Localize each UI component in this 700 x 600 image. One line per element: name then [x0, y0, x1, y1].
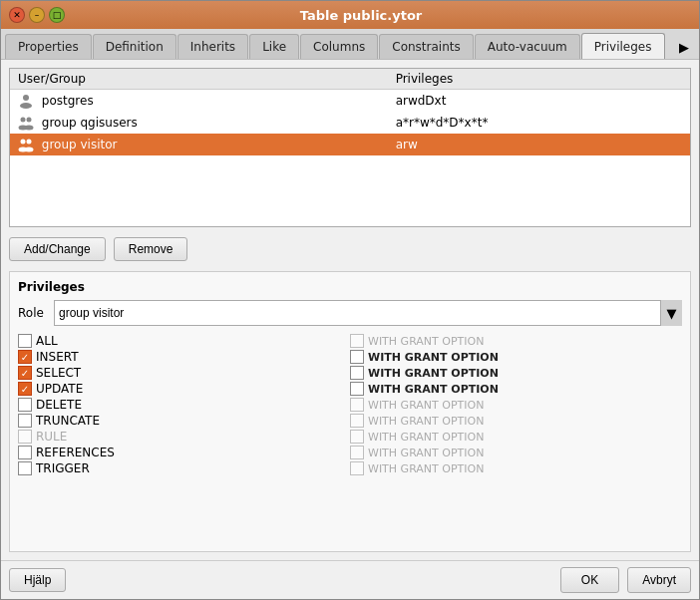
tab-columns[interactable]: Columns — [300, 34, 378, 59]
grant-checkbox-rule — [350, 430, 364, 444]
perm-row-update: UPDATE — [18, 382, 350, 396]
perm-row-rule: RULE — [18, 430, 350, 444]
col-header-privileges: Privileges — [388, 69, 690, 90]
tab-definition[interactable]: Definition — [93, 34, 176, 59]
perm-row-select: SELECT — [18, 366, 350, 380]
help-button[interactable]: Hjälp — [9, 568, 66, 592]
user-cell: postgres — [10, 90, 388, 113]
main-window: ✕ – □ Table public.ytor Properties Defin… — [0, 0, 700, 600]
tab-like[interactable]: Like — [249, 34, 299, 59]
grant-checkbox-truncate — [350, 414, 364, 428]
svg-point-9 — [25, 148, 34, 152]
privileges-cell: arw — [388, 134, 690, 155]
add-change-button[interactable]: Add/Change — [9, 237, 106, 261]
perm-row-truncate: TRUNCATE — [18, 414, 350, 428]
table-row[interactable]: postgres arwdDxt — [10, 90, 690, 113]
role-select-wrapper: group visitor ▼ — [54, 300, 682, 326]
grant-label-select: WITH GRANT OPTION — [368, 367, 499, 380]
perm-row-insert: INSERT — [18, 350, 350, 364]
perm-row-all: ALL — [18, 334, 350, 348]
tab-constraints[interactable]: Constraints — [379, 34, 473, 59]
perm-label-select: SELECT — [36, 366, 126, 380]
privileges-cell: a*r*w*d*D*x*t* — [388, 112, 690, 134]
titlebar: ✕ – □ Table public.ytor — [1, 1, 699, 29]
grant-row-select: WITH GRANT OPTION — [350, 366, 682, 380]
checkbox-update[interactable] — [18, 382, 32, 396]
tab-inherits[interactable]: Inherits — [177, 34, 248, 59]
perm-label-trigger: TRIGGER — [36, 461, 126, 475]
ok-button[interactable]: OK — [560, 567, 619, 593]
user-cell: group qgisusers — [10, 112, 388, 134]
role-label: Role — [18, 306, 48, 320]
user-icon — [18, 93, 34, 109]
user-group-table-container: User/Group Privileges postgres a — [9, 68, 691, 227]
perm-label-update: UPDATE — [36, 382, 126, 396]
user-cell: group visitor — [10, 134, 388, 155]
grant-checkbox-insert[interactable] — [350, 350, 364, 364]
grant-row-rule: WITH GRANT OPTION — [350, 430, 682, 444]
cancel-button[interactable]: Avbryt — [627, 567, 691, 593]
grant-label-rule: WITH GRANT OPTION — [368, 431, 484, 444]
close-button[interactable]: ✕ — [9, 7, 25, 23]
permissions-grid: ALL WITH GRANT OPTION INSERT WITH GRANT … — [18, 334, 682, 475]
footer-right-buttons: OK Avbryt — [560, 567, 691, 593]
perm-label-all: ALL — [36, 334, 126, 348]
maximize-button[interactable]: □ — [49, 7, 65, 23]
checkbox-delete[interactable] — [18, 398, 32, 412]
tab-bar: Properties Definition Inherits Like Colu… — [1, 29, 699, 60]
group-icon — [18, 115, 34, 131]
window-controls: ✕ – □ — [9, 7, 65, 23]
grant-label-truncate: WITH GRANT OPTION — [368, 415, 484, 428]
perm-label-insert: INSERT — [36, 350, 126, 364]
grant-checkbox-trigger — [350, 461, 364, 475]
grant-row-truncate: WITH GRANT OPTION — [350, 414, 682, 428]
grant-label-references: WITH GRANT OPTION — [368, 447, 484, 459]
table-row[interactable]: group qgisusers a*r*w*d*D*x*t* — [10, 112, 690, 134]
col-header-user: User/Group — [10, 69, 388, 90]
tab-properties[interactable]: Properties — [5, 34, 92, 59]
checkbox-references[interactable] — [18, 446, 32, 459]
svg-point-6 — [21, 140, 26, 145]
grant-row-delete: WITH GRANT OPTION — [350, 398, 682, 412]
tab-scroll-right[interactable]: ▶ — [673, 36, 695, 59]
remove-button[interactable]: Remove — [114, 237, 188, 261]
perm-label-delete: DELETE — [36, 398, 126, 412]
privileges-box: Privileges Role group visitor ▼ ALL — [9, 271, 691, 552]
grant-row-all: WITH GRANT OPTION — [350, 334, 682, 348]
tab-privileges[interactable]: Privileges — [581, 33, 665, 59]
perm-label-truncate: TRUNCATE — [36, 414, 126, 428]
checkbox-truncate[interactable] — [18, 414, 32, 428]
group-icon — [18, 137, 34, 152]
table-action-buttons: Add/Change Remove — [9, 235, 691, 263]
role-row: Role group visitor ▼ — [18, 300, 682, 326]
minimize-icon: – — [35, 10, 40, 20]
grant-checkbox-references — [350, 446, 364, 459]
role-select[interactable]: group visitor — [54, 300, 682, 326]
checkbox-all[interactable] — [18, 334, 32, 348]
grant-checkbox-all — [350, 334, 364, 348]
grant-checkbox-delete — [350, 398, 364, 412]
tab-autovacuum[interactable]: Auto-vacuum — [475, 34, 580, 59]
maximize-icon: □ — [53, 10, 62, 20]
grant-row-trigger: WITH GRANT OPTION — [350, 461, 682, 475]
grant-row-update: WITH GRANT OPTION — [350, 382, 682, 396]
grant-label-delete: WITH GRANT OPTION — [368, 399, 484, 412]
perm-label-rule: RULE — [36, 430, 126, 444]
perm-row-references: REFERENCES — [18, 446, 350, 459]
checkbox-trigger[interactable] — [18, 461, 32, 475]
grant-label-update: WITH GRANT OPTION — [368, 383, 499, 396]
grant-checkbox-select[interactable] — [350, 366, 364, 380]
svg-point-5 — [25, 126, 34, 131]
checkbox-insert[interactable] — [18, 350, 32, 364]
privileges-section-title: Privileges — [18, 280, 682, 294]
privileges-cell: arwdDxt — [388, 90, 690, 113]
table-row[interactable]: group visitor arw — [10, 134, 690, 155]
svg-point-3 — [27, 118, 32, 123]
grant-checkbox-update[interactable] — [350, 382, 364, 396]
grant-label-insert: WITH GRANT OPTION — [368, 351, 499, 364]
svg-point-7 — [27, 140, 32, 145]
svg-point-2 — [21, 118, 26, 123]
minimize-button[interactable]: – — [29, 7, 45, 23]
grant-row-insert: WITH GRANT OPTION — [350, 350, 682, 364]
checkbox-select[interactable] — [18, 366, 32, 380]
